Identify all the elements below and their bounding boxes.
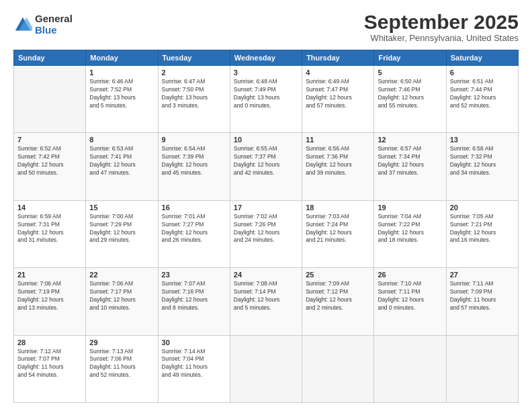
calendar-cell: 18Sunrise: 7:03 AM Sunset: 7:24 PM Dayli… [302,200,374,267]
calendar-cell: 25Sunrise: 7:09 AM Sunset: 7:12 PM Dayli… [302,268,374,335]
day-info: Sunrise: 7:14 AM Sunset: 7:04 PM Dayligh… [162,348,226,380]
calendar-cell: 24Sunrise: 7:08 AM Sunset: 7:14 PM Dayli… [230,268,302,335]
calendar-cell [14,66,86,133]
day-of-week-saturday: Saturday [446,50,518,66]
day-number: 20 [450,203,515,212]
calendar-cell: 14Sunrise: 6:59 AM Sunset: 7:31 PM Dayli… [14,200,86,267]
day-number: 8 [89,136,154,144]
day-info: Sunrise: 6:57 AM Sunset: 7:34 PM Dayligh… [378,145,442,177]
calendar-cell [446,335,518,402]
calendar-table: SundayMondayTuesdayWednesdayThursdayFrid… [13,50,519,403]
day-number: 5 [378,68,442,77]
day-info: Sunrise: 7:06 AM Sunset: 7:17 PM Dayligh… [89,280,154,312]
header: General Blue September 2025 Whitaker, Pe… [13,11,519,43]
day-info: Sunrise: 6:51 AM Sunset: 7:44 PM Dayligh… [450,78,515,110]
day-number: 25 [306,271,370,279]
logo-text: General Blue [35,13,73,36]
day-number: 7 [17,136,82,144]
day-of-week-sunday: Sunday [14,50,86,66]
day-number: 1 [89,68,154,77]
day-number: 21 [17,271,82,279]
day-number: 17 [234,203,298,212]
days-of-week-row: SundayMondayTuesdayWednesdayThursdayFrid… [14,50,519,66]
day-info: Sunrise: 7:03 AM Sunset: 7:24 PM Dayligh… [306,213,370,245]
calendar-week-1: 1Sunrise: 6:46 AM Sunset: 7:52 PM Daylig… [14,66,519,133]
day-info: Sunrise: 7:12 AM Sunset: 7:07 PM Dayligh… [17,348,82,380]
calendar-cell: 29Sunrise: 7:13 AM Sunset: 7:06 PM Dayli… [86,335,158,402]
day-of-week-tuesday: Tuesday [158,50,230,66]
calendar-cell: 2Sunrise: 6:47 AM Sunset: 7:50 PM Daylig… [158,66,230,133]
calendar-cell: 20Sunrise: 7:05 AM Sunset: 7:21 PM Dayli… [446,200,518,267]
calendar-cell: 4Sunrise: 6:49 AM Sunset: 7:47 PM Daylig… [302,66,374,133]
calendar-cell: 1Sunrise: 6:46 AM Sunset: 7:52 PM Daylig… [86,66,158,133]
day-of-week-friday: Friday [374,50,446,66]
calendar-cell: 6Sunrise: 6:51 AM Sunset: 7:44 PM Daylig… [446,66,518,133]
calendar-cell: 10Sunrise: 6:55 AM Sunset: 7:37 PM Dayli… [230,133,302,200]
day-info: Sunrise: 7:05 AM Sunset: 7:21 PM Dayligh… [450,213,515,245]
day-number: 6 [450,68,515,77]
calendar-cell: 17Sunrise: 7:02 AM Sunset: 7:26 PM Dayli… [230,200,302,267]
calendar-cell: 27Sunrise: 7:11 AM Sunset: 7:09 PM Dayli… [446,268,518,335]
logo: General Blue [13,13,73,36]
day-info: Sunrise: 6:49 AM Sunset: 7:47 PM Dayligh… [306,78,370,110]
day-info: Sunrise: 6:48 AM Sunset: 7:49 PM Dayligh… [234,78,298,110]
day-info: Sunrise: 7:06 AM Sunset: 7:19 PM Dayligh… [17,280,82,312]
calendar-cell: 13Sunrise: 6:58 AM Sunset: 7:32 PM Dayli… [446,133,518,200]
calendar-cell: 26Sunrise: 7:10 AM Sunset: 7:11 PM Dayli… [374,268,446,335]
day-number: 3 [234,68,298,77]
day-number: 16 [162,203,226,212]
day-info: Sunrise: 6:52 AM Sunset: 7:42 PM Dayligh… [17,145,82,177]
calendar-cell: 19Sunrise: 7:04 AM Sunset: 7:22 PM Dayli… [374,200,446,267]
calendar-cell: 7Sunrise: 6:52 AM Sunset: 7:42 PM Daylig… [14,133,86,200]
day-number: 12 [378,136,442,144]
day-number: 29 [89,338,154,347]
day-number: 15 [89,203,154,212]
calendar-cell: 15Sunrise: 7:00 AM Sunset: 7:29 PM Dayli… [86,200,158,267]
day-number: 23 [162,271,226,279]
day-number: 14 [17,203,82,212]
day-info: Sunrise: 7:04 AM Sunset: 7:22 PM Dayligh… [378,213,442,245]
calendar-week-3: 14Sunrise: 6:59 AM Sunset: 7:31 PM Dayli… [14,200,519,267]
calendar-cell: 5Sunrise: 6:50 AM Sunset: 7:46 PM Daylig… [374,66,446,133]
day-of-week-wednesday: Wednesday [230,50,302,66]
day-number: 9 [162,136,226,144]
day-info: Sunrise: 6:53 AM Sunset: 7:41 PM Dayligh… [89,145,154,177]
day-info: Sunrise: 7:08 AM Sunset: 7:14 PM Dayligh… [234,280,298,312]
day-number: 19 [378,203,442,212]
page: General Blue September 2025 Whitaker, Pe… [0,0,532,411]
day-info: Sunrise: 7:10 AM Sunset: 7:11 PM Dayligh… [378,280,442,312]
day-number: 26 [378,271,442,279]
calendar-cell: 8Sunrise: 6:53 AM Sunset: 7:41 PM Daylig… [86,133,158,200]
logo-icon [13,15,32,34]
calendar-header: SundayMondayTuesdayWednesdayThursdayFrid… [14,50,519,66]
calendar-cell: 21Sunrise: 7:06 AM Sunset: 7:19 PM Dayli… [14,268,86,335]
calendar-cell [302,335,374,402]
day-info: Sunrise: 6:50 AM Sunset: 7:46 PM Dayligh… [378,78,442,110]
day-info: Sunrise: 6:46 AM Sunset: 7:52 PM Dayligh… [89,78,154,110]
day-number: 2 [162,68,226,77]
day-info: Sunrise: 7:01 AM Sunset: 7:27 PM Dayligh… [162,213,226,245]
location: Whitaker, Pennsylvania, United States [364,33,519,43]
calendar-cell: 23Sunrise: 7:07 AM Sunset: 7:16 PM Dayli… [158,268,230,335]
calendar-cell: 22Sunrise: 7:06 AM Sunset: 7:17 PM Dayli… [86,268,158,335]
day-number: 30 [162,338,226,347]
day-number: 10 [234,136,298,144]
calendar-cell: 11Sunrise: 6:56 AM Sunset: 7:36 PM Dayli… [302,133,374,200]
calendar-cell: 12Sunrise: 6:57 AM Sunset: 7:34 PM Dayli… [374,133,446,200]
day-number: 28 [17,338,82,347]
calendar-week-2: 7Sunrise: 6:52 AM Sunset: 7:42 PM Daylig… [14,133,519,200]
day-number: 22 [89,271,154,279]
day-of-week-thursday: Thursday [302,50,374,66]
day-info: Sunrise: 6:54 AM Sunset: 7:39 PM Dayligh… [162,145,226,177]
day-number: 4 [306,68,370,77]
day-info: Sunrise: 7:13 AM Sunset: 7:06 PM Dayligh… [89,348,154,380]
day-info: Sunrise: 6:55 AM Sunset: 7:37 PM Dayligh… [234,145,298,177]
day-info: Sunrise: 7:07 AM Sunset: 7:16 PM Dayligh… [162,280,226,312]
day-of-week-monday: Monday [86,50,158,66]
day-info: Sunrise: 6:56 AM Sunset: 7:36 PM Dayligh… [306,145,370,177]
calendar-cell: 9Sunrise: 6:54 AM Sunset: 7:39 PM Daylig… [158,133,230,200]
calendar-cell: 30Sunrise: 7:14 AM Sunset: 7:04 PM Dayli… [158,335,230,402]
day-number: 18 [306,203,370,212]
day-info: Sunrise: 7:02 AM Sunset: 7:26 PM Dayligh… [234,213,298,245]
calendar-cell [374,335,446,402]
